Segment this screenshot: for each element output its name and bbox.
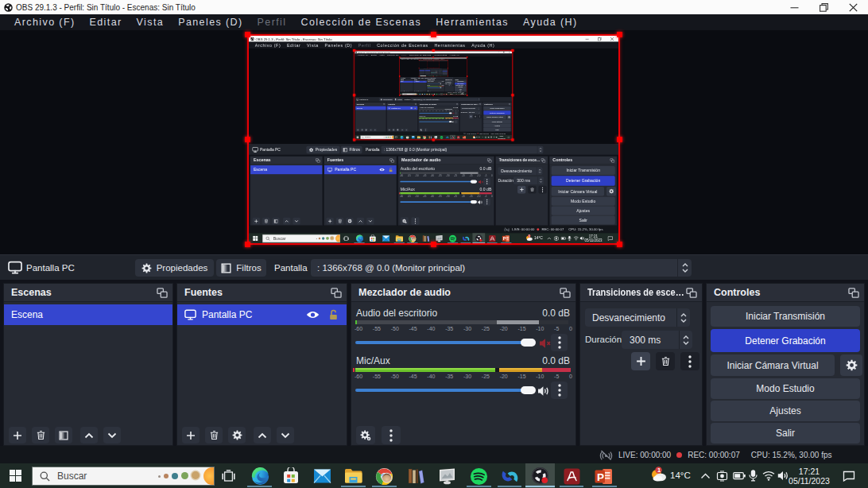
volume-slider-handle[interactable] [521,339,536,347]
duration-spinbox[interactable]: 300 ms [622,331,692,349]
channel-options-button[interactable] [551,334,568,351]
menu-vista[interactable]: Vista [130,17,172,28]
resize-handle-se[interactable] [617,242,622,247]
scene-down-button[interactable] [103,427,121,443]
display-select-spinner[interactable] [677,259,692,277]
resize-handle-s[interactable] [431,242,436,247]
resize-handle-n[interactable] [431,32,436,37]
properties-button[interactable]: Propiedades [135,259,214,277]
notification-center-icon[interactable] [843,471,855,482]
popout-icon[interactable] [331,288,342,298]
status-bar: LIVE: 00:00:00 REC: 00:00:07 CPU: 15.2%,… [0,446,868,463]
menu-ayuda[interactable]: Ayuda (H) [516,17,585,28]
menu-herramientas[interactable]: Herramientas [428,17,516,28]
stop-recording-button[interactable]: Detener Grabación [711,329,860,352]
speaker-icon[interactable] [537,385,550,397]
start-virtual-camera-button[interactable]: Iniciar Cámara Virtual [711,354,835,376]
restore-button[interactable] [809,0,839,14]
transition-select-spinner[interactable] [676,308,690,327]
spinner-up-icon [682,263,688,267]
task-view-button[interactable] [219,467,238,486]
tray-clock[interactable]: 17:21 05/11/2023 [783,467,835,486]
tray-microphone-icon[interactable] [749,470,758,482]
exit-button[interactable]: Salir [711,423,860,443]
popout-icon[interactable] [686,288,697,298]
tray-chevron-up-icon[interactable] [700,473,711,479]
channel-options-button[interactable] [551,381,568,399]
taskbar-app-calibre[interactable] [406,467,425,486]
visibility-eye-icon[interactable] [306,310,320,320]
menu-coleccion-escenas[interactable]: Colección de Escenas [293,17,428,28]
trash-icon [36,430,46,440]
source-up-button[interactable] [254,427,271,443]
filters-button[interactable]: Filtros [216,259,266,277]
source-down-button[interactable] [277,427,294,443]
taskbar-app-store[interactable] [281,467,300,486]
resize-handle-e[interactable] [617,137,622,142]
taskbar-app-obs-active[interactable] [525,463,555,488]
remove-source-button[interactable] [205,427,223,443]
studio-mode-button[interactable]: Modo Estudio [711,378,860,399]
popout-icon[interactable] [848,288,859,298]
transition-options-button[interactable] [680,352,699,370]
menu-editar[interactable]: Editar [83,17,130,28]
popout-icon[interactable] [157,288,168,298]
source-properties-button[interactable] [228,427,246,443]
taskbar-app-file-explorer[interactable] [343,467,362,486]
channel-level: 0.0 dB [542,355,570,366]
menu-paneles[interactable]: Paneles (D) [171,17,250,28]
duration-spinner[interactable] [679,331,692,349]
tray-snip-icon[interactable] [716,471,728,482]
advanced-audio-button[interactable] [356,426,375,444]
volume-slider[interactable] [355,389,535,392]
display-select[interactable]: : 1366x768 @ 0.0 (Monitor principal) [311,259,692,277]
taskbar-app-uniconverter[interactable] [500,467,519,486]
add-scene-button[interactable] [9,427,26,443]
menu-perfil[interactable]: Perfil [250,17,294,28]
tray-battery-icon[interactable] [733,471,746,480]
meter-tick: -30 [463,326,471,332]
start-streaming-button[interactable]: Iniciar Transmisión [711,306,860,327]
taskbar-app-photo-viewer[interactable] [437,467,456,486]
menu-archivo[interactable]: Archivo (F) [7,17,83,28]
spinner-up-icon [680,313,687,317]
volume-slider-handle[interactable] [521,386,536,394]
taskbar-app-spotify[interactable] [469,467,488,486]
resize-handle-sw[interactable] [245,242,250,247]
resize-handle-nw[interactable] [245,32,250,37]
controls-dock-header: Controles [707,284,864,302]
capture-source-selection[interactable]: OBS 29.1.3 - Perfil: Sin Título - Escena… [247,34,620,245]
source-item-pantalla-pc[interactable]: Pantalla PC [177,304,347,325]
transition-select[interactable]: Desvanecimiento [585,308,690,327]
start-button[interactable] [9,469,22,482]
tray-wifi-icon[interactable] [762,471,775,481]
popout-icon[interactable] [560,288,571,298]
taskbar-search-box[interactable]: Buscar [32,467,215,486]
scene-up-button[interactable] [80,427,98,443]
virtual-camera-settings-button[interactable] [840,354,862,376]
add-transition-button[interactable] [631,352,650,370]
close-button[interactable] [839,0,868,14]
taskbar-app-edge[interactable] [250,467,269,486]
taskbar-app-powerpoint[interactable]: P [594,467,613,486]
remove-scene-button[interactable] [32,427,49,443]
muted-speaker-icon[interactable] [539,338,552,349]
scenes-dock: Escenas Escena [3,283,173,446]
volume-slider[interactable] [355,341,535,344]
scene-filters-button[interactable] [55,427,72,443]
add-source-button[interactable] [182,427,200,443]
minimize-button[interactable] [780,0,809,14]
properties-label: Propiedades [157,263,208,273]
taskbar-app-mail[interactable] [312,467,331,486]
temperature-label[interactable]: 14°C [670,471,691,480]
remove-transition-button[interactable] [656,352,675,370]
mixer-options-button[interactable] [382,426,401,444]
scene-item-escena[interactable]: Escena [4,304,172,325]
taskbar-app-chrome[interactable] [374,467,393,486]
lock-open-icon[interactable] [328,309,339,320]
weather-icon[interactable]: 1 [650,467,668,483]
taskbar-app-acrobat[interactable] [562,467,581,486]
resize-handle-ne[interactable] [617,32,622,37]
settings-button[interactable]: Ajustes [711,401,860,421]
resize-handle-w[interactable] [245,137,250,142]
